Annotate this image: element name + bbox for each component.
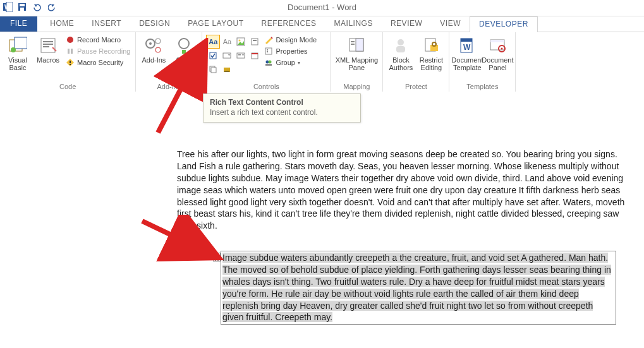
content-control-text[interactable]: Image subdue waters abundantly creepeth … [222, 253, 611, 322]
svg-rect-39 [267, 49, 268, 51]
svg-rect-10 [43, 41, 53, 42]
tab-mailings[interactable]: MAILINGS [325, 16, 382, 32]
group-protect-label: Protect [387, 83, 445, 91]
group-controls-label: Controls [206, 83, 326, 91]
tab-view[interactable]: VIEW [431, 16, 470, 32]
com-addins-button[interactable]: COMAdd-Ins [170, 35, 198, 71]
paragraph[interactable]: Tree his after our lights, two light in … [177, 148, 632, 232]
macros-button[interactable]: Macros [34, 35, 62, 64]
group-button[interactable]: Group▾ [263, 57, 318, 68]
content-control[interactable]: Image subdue waters abundantly creepeth … [221, 251, 616, 325]
svg-rect-12 [43, 46, 49, 47]
svg-point-22 [179, 39, 189, 49]
design-mode-icon [264, 35, 273, 44]
svg-rect-9 [41, 39, 55, 52]
svg-rect-46 [351, 41, 355, 42]
legacy-tools-button[interactable] [220, 63, 234, 76]
svg-point-25 [239, 40, 241, 42]
addins-label: Add-Ins [142, 56, 166, 64]
rich-text-control-button[interactable]: Aa [206, 35, 220, 49]
svg-rect-15 [71, 49, 73, 54]
addins-button[interactable]: Add-Ins [140, 35, 167, 64]
svg-rect-26 [252, 39, 258, 45]
group-protect: BlockAuthors RestrictEditing Protect [383, 32, 449, 92]
svg-rect-27 [253, 40, 257, 41]
ribbon: VisualBasic Macros Record Macro Pause Re… [0, 32, 644, 93]
dropdown-control-button[interactable] [234, 49, 248, 63]
svg-rect-49 [396, 46, 405, 52]
block-authors-button: BlockAuthors [387, 35, 415, 71]
svg-text:W: W [463, 43, 471, 52]
svg-rect-34 [252, 53, 258, 54]
group-mapping-label: Mapping [334, 83, 379, 91]
svg-point-8 [11, 47, 16, 52]
tooltip-body: Insert a rich text content control. [210, 108, 354, 117]
svg-rect-45 [356, 39, 363, 51]
svg-rect-23 [182, 50, 186, 54]
xml-mapping-button[interactable]: XML MappingPane [334, 35, 379, 71]
tab-home[interactable]: HOME [41, 16, 83, 32]
document-template-button[interactable]: W DocumentTemplate [453, 35, 481, 71]
document-template-icon: W [458, 36, 477, 55]
block-authors-label: BlockAuthors [389, 56, 413, 71]
pause-recording-button: Pause Recording [64, 46, 131, 56]
svg-rect-16 [70, 61, 71, 63]
building-block-control-button[interactable] [248, 35, 262, 49]
svg-point-13 [67, 37, 73, 43]
svg-point-19 [149, 42, 152, 45]
tooltip: Rich Text Content Control Insert a rich … [203, 93, 361, 123]
combo-box-control-button[interactable] [220, 49, 234, 63]
content-control-box[interactable]: Image subdue waters abundantly creepeth … [221, 251, 616, 325]
svg-rect-57 [490, 40, 504, 42]
plain-text-control-button[interactable]: Aa [220, 35, 234, 49]
document-panel-icon [488, 36, 507, 55]
visual-basic-icon [8, 36, 27, 55]
content-control-handle[interactable] [213, 253, 221, 261]
svg-rect-38 [265, 48, 272, 54]
repeating-section-control-button[interactable] [206, 63, 220, 76]
group-icon [264, 58, 273, 67]
date-picker-control-button[interactable] [248, 49, 262, 63]
macro-security-button[interactable]: Macro Security [64, 57, 131, 68]
svg-point-20 [155, 39, 161, 44]
group-mapping: XML MappingPane Mapping [331, 32, 383, 92]
tab-page-layout[interactable]: PAGE LAYOUT [179, 16, 252, 32]
app-title: Document1 - Word [0, 3, 644, 12]
document-template-label: DocumentTemplate [451, 56, 483, 71]
svg-rect-14 [68, 49, 70, 54]
title-bar: W Document1 - Word [0, 0, 644, 16]
svg-rect-43 [265, 64, 272, 66]
record-macro-button[interactable]: Record Macro [64, 35, 131, 45]
design-mode-button[interactable]: Design Mode [263, 35, 318, 45]
svg-point-21 [155, 47, 161, 52]
svg-rect-32 [238, 56, 241, 56]
tab-design[interactable]: DESIGN [130, 16, 179, 32]
svg-rect-28 [210, 52, 216, 59]
group-code-label: Code [4, 83, 131, 91]
tab-references[interactable]: REFERENCES [253, 16, 325, 32]
tab-file[interactable]: FILE [0, 16, 37, 32]
svg-rect-29 [223, 53, 231, 58]
block-authors-icon [391, 36, 410, 55]
svg-rect-40 [267, 51, 268, 52]
checkbox-control-button[interactable] [206, 49, 220, 63]
group-addins-label: Add-Ins [140, 83, 198, 91]
tab-insert[interactable]: INSERT [83, 16, 130, 32]
svg-rect-47 [351, 44, 355, 45]
macros-icon [39, 36, 58, 55]
properties-button[interactable]: Properties [263, 46, 318, 56]
svg-rect-7 [15, 37, 27, 49]
svg-point-59 [501, 48, 503, 50]
tab-developer[interactable]: DEVELOPER [470, 16, 538, 32]
restrict-editing-button[interactable]: RestrictEditing [417, 35, 445, 71]
document-panel-button[interactable]: DocumentPanel [483, 35, 511, 71]
restrict-editing-icon [422, 36, 440, 55]
tab-review[interactable]: REVIEW [382, 16, 431, 32]
group-controls: Aa Aa Design Mode Properties Group▾ Cont… [202, 32, 331, 92]
visual-basic-button[interactable]: VisualBasic [4, 35, 32, 71]
picture-control-button[interactable] [234, 35, 248, 49]
group-templates-label: Templates [453, 83, 511, 91]
xml-mapping-icon [347, 36, 366, 55]
document-panel-label: DocumentPanel [482, 56, 513, 71]
svg-rect-31 [238, 54, 241, 55]
